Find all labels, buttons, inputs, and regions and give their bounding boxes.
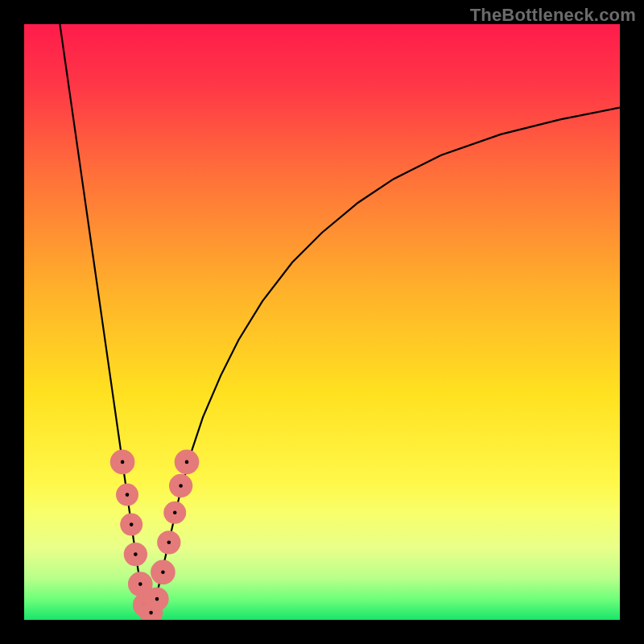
marker-center <box>167 541 171 545</box>
marker-center <box>161 571 165 575</box>
marker-center <box>130 522 134 526</box>
marker-center <box>134 552 138 556</box>
marker-center <box>126 493 130 497</box>
marker-center <box>155 597 159 601</box>
marker-center <box>185 460 189 464</box>
curve-layer <box>24 24 620 620</box>
plot-area <box>24 24 620 620</box>
marker-center <box>121 460 125 464</box>
curve-right <box>149 108 620 617</box>
marker-center <box>138 582 142 586</box>
marker-center <box>173 511 177 515</box>
chart-frame: TheBottleneck.com <box>0 0 644 644</box>
watermark-label: TheBottleneck.com <box>470 5 636 26</box>
marker-center <box>179 484 183 488</box>
marker-center <box>149 611 153 615</box>
